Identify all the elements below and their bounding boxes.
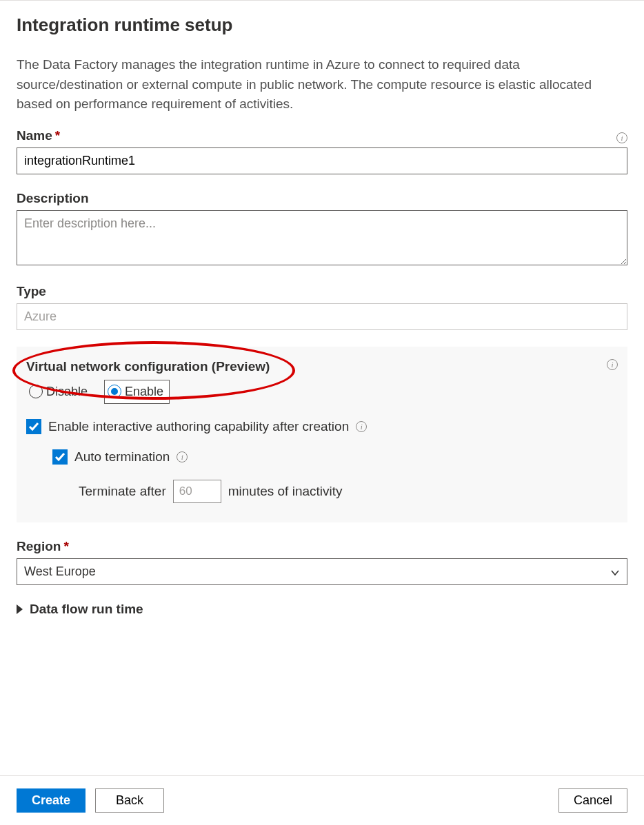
create-button[interactable]: Create (17, 788, 85, 813)
vnet-disable-label: Disable (46, 385, 88, 399)
info-icon[interactable]: i (356, 421, 367, 432)
description-input[interactable] (17, 210, 627, 265)
vnet-disable-radio[interactable]: Disable (26, 380, 93, 403)
auto-termination-checkbox[interactable]: Auto termination i (52, 449, 618, 465)
name-field-group: Name* i (17, 128, 627, 174)
chevron-right-icon (17, 604, 23, 614)
back-button[interactable]: Back (95, 788, 164, 813)
dataflow-runtime-expander[interactable]: Data flow run time (17, 602, 627, 617)
name-label: Name* (17, 128, 60, 143)
chevron-down-icon (610, 567, 620, 576)
radio-circle-icon (29, 385, 43, 398)
page-title: Integration runtime setup (17, 14, 627, 36)
type-field-group: Type Azure (17, 284, 627, 330)
type-label: Type (17, 284, 627, 299)
description-label: Description (17, 191, 627, 206)
name-input[interactable] (17, 147, 627, 174)
dataflow-runtime-label: Data flow run time (30, 602, 143, 617)
auto-termination-label: Auto termination (74, 449, 170, 465)
interactive-authoring-label: Enable interactive authoring capability … (48, 419, 349, 434)
page-description: The Data Factory manages the integration… (17, 55, 627, 114)
info-icon[interactable]: i (607, 359, 618, 370)
terminate-after-suffix: minutes of inactivity (228, 484, 343, 499)
required-asterisk: * (55, 128, 60, 143)
vnet-enable-label: Enable (125, 385, 163, 399)
vnet-enable-radio[interactable]: Enable (104, 380, 170, 404)
checkbox-checked-icon (52, 449, 68, 465)
vnet-title: Virtual network configuration (Preview) (26, 359, 270, 374)
checkbox-checked-icon (26, 419, 41, 434)
terminate-after-prefix: Terminate after (79, 484, 166, 499)
info-icon[interactable]: i (616, 132, 627, 143)
info-icon[interactable]: i (177, 451, 188, 462)
cancel-button[interactable]: Cancel (559, 788, 627, 813)
region-field-group: Region* West Europe (17, 539, 627, 585)
type-value: Azure (17, 303, 627, 330)
required-asterisk: * (63, 539, 68, 554)
terminate-after-input[interactable] (173, 480, 221, 503)
region-value: West Europe (24, 564, 96, 579)
footer: Create Back Cancel (0, 775, 644, 825)
description-field-group: Description (17, 191, 627, 267)
vnet-panel: Virtual network configuration (Preview) … (17, 347, 627, 522)
radio-circle-icon (108, 385, 121, 398)
region-select[interactable]: West Europe (17, 558, 627, 585)
interactive-authoring-checkbox[interactable]: Enable interactive authoring capability … (26, 419, 618, 434)
region-label: Region* (17, 539, 627, 554)
